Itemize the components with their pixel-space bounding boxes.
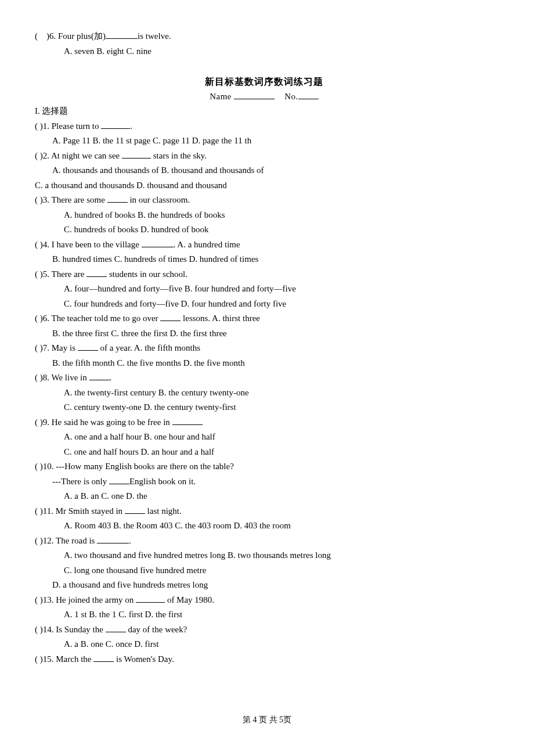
name-blank[interactable] [234,90,275,99]
q5-opts1: A. four—hundred and forty—five B. four h… [35,282,493,297]
q8-stem: ( )8. We live in [35,373,89,382]
q-top-options: A. seven B. eight C. nine [35,44,493,59]
blank[interactable] [142,238,174,247]
q4-stem: ( )4. I have been to the village [35,240,142,249]
q14-opts: A. a B. one C. once D. first [35,637,493,652]
q6-stem: ( )6. The teacher told me to go over [35,314,160,323]
blank[interactable] [97,534,129,543]
q5-tail: students in our school. [107,269,187,279]
section-heading: I. 选择题 [35,104,493,119]
q9-opts2: C. one and half hours D. an hour and a h… [35,445,493,460]
blank[interactable] [93,653,114,662]
q13-opts: A. 1 st B. the 1 C. first D. the first [35,607,493,622]
blank[interactable] [107,193,128,203]
top-question: ( )6. Four plus(加)is twelve. [35,29,493,44]
q12: ( )12. The road is . [35,534,493,549]
blank[interactable] [172,416,201,425]
q5-opts2: C. four hundreds and forty—five D. four … [35,297,493,312]
q3-stem: ( )3. There are some [35,195,107,204]
blank[interactable] [106,30,138,39]
q8: ( )8. We live in . [35,370,493,386]
q2-tail: stars in the sky. [151,151,207,160]
blank[interactable] [136,593,165,603]
q2: ( )2. At night we can see stars in the s… [35,149,493,164]
q9: ( )9. He said he was going to be free in… [35,415,493,430]
q8-opts1: A. the twenty-first century B. the centu… [35,386,493,401]
q7-stem: ( )7. May is [35,343,78,352]
q1-stem: ( )1. Please turn to [35,121,101,131]
q9-tail: . [201,417,204,427]
blank[interactable] [86,268,107,277]
blank[interactable] [101,120,130,129]
q4-opts: B. hundred times C. hundreds of times D.… [35,252,493,267]
no-blank[interactable] [298,90,319,99]
blank[interactable] [125,505,145,514]
blank[interactable] [160,312,181,321]
q12-opts3: D. a thousand and five hundreds metres l… [35,578,493,593]
q10-line2: ---There is only English book on it. [35,474,493,489]
q11-stem: ( )11. Mr Smith stayed in [35,506,125,516]
q14-tail: day of the week? [126,625,187,634]
q5-stem: ( )5. There are [35,269,86,279]
q11-tail: last night. [145,506,182,516]
q12-stem: ( )12. The road is [35,536,97,545]
q2-opts2: C. a thousand and thousands D. thousand … [35,178,493,193]
q10-l2a: ---There is only [52,477,109,486]
name-line: Name No. [35,89,493,105]
q12-opts2: C. long one thousand five hundred metre [35,563,493,578]
q6-tail: lessons. A. thirst three [181,314,260,323]
q6: ( )6. The teacher told me to go over les… [35,311,493,326]
page-footer: 第 4 页 共 5页 [0,713,534,727]
q7: ( )7. May is of a year. A. the fifth mon… [35,341,493,356]
q1-tail: . [130,121,132,131]
q10-stem: ( )10. ---How many English books are the… [35,459,493,474]
q8-opts2: C. century twenty-one D. the century twe… [35,400,493,415]
q14: ( )14. Is Sunday the day of the week? [35,622,493,638]
q-top-stem-b: )6. Four plus(加) [46,31,106,41]
q10-l2b: English book on it. [129,477,196,486]
blank[interactable] [78,341,98,351]
q15: ( )15. March the is Women's Day. [35,652,493,667]
blank[interactable] [122,149,151,159]
q1-opts: A. Page 11 B. the 11 st page C. page 11 … [35,134,493,149]
q3: ( )3. There are some in our classroom. [35,193,493,208]
q3-opts1: A. hundred of books B. the hundreds of b… [35,208,493,223]
q6-opts: B. the three first C. three the first D.… [35,326,493,341]
q10-opts: A. a B. an C. one D. the [35,489,493,504]
worksheet-page: ( )6. Four plus(加)is twelve. A. seven B.… [0,0,534,756]
q14-stem: ( )14. Is Sunday the [35,625,106,634]
q2-opts1: A. thousands and thousands of B. thousan… [35,163,493,178]
q3-tail: in our classroom. [128,195,190,204]
blank[interactable] [106,623,126,632]
q4-tail: . A. a hundred time [174,240,240,249]
page-title: 新目标基数词序数词练习题 [35,74,493,89]
q9-opts1: A. one and a half hour B. one hour and h… [35,430,493,445]
q5: ( )5. There are students in our school. [35,267,493,282]
q12-opts1: A. two thousand and five hundred metres … [35,548,493,563]
q15-stem: ( )15. March the [35,654,93,664]
q4: ( )4. I have been to the village . A. a … [35,237,493,253]
name-label: Name [210,92,232,101]
q15-tail: is Women's Day. [114,654,174,664]
q9-stem: ( )9. He said he was going to be free in [35,417,172,427]
q-top-tail: is twelve. [138,31,171,41]
blank[interactable] [89,371,110,380]
q1: ( )1. Please turn to . [35,119,493,134]
q12-tail: . [129,536,131,545]
q13-tail: of May 1980. [165,595,214,604]
q13: ( )13. He joined the army on of May 1980… [35,593,493,608]
q11: ( )11. Mr Smith stayed in last night. [35,504,493,519]
q7-opts: B. the fifth month C. the five months D.… [35,356,493,371]
q7-tail: of a year. A. the fifth months [98,343,200,352]
q2-stem: ( )2. At night we can see [35,151,122,160]
q13-stem: ( )13. He joined the army on [35,595,136,604]
q3-opts2: C. hundreds of books D. hundred of book [35,222,493,237]
no-label: No. [284,92,298,101]
blank[interactable] [109,475,129,484]
q-top-stem-a: ( [35,31,38,41]
q11-opts: A. Room 403 B. the Room 403 C. the 403 r… [35,519,493,534]
q8-tail: . [110,373,112,382]
